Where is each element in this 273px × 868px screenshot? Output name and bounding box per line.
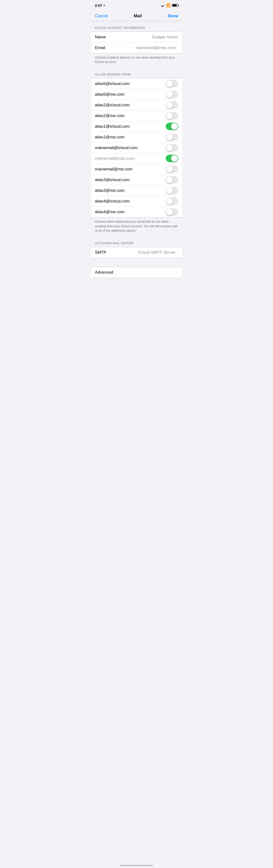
toggle-knob [166,145,173,151]
toggle-knob [166,134,173,140]
alias-row[interactable]: alias2@icloud.com [91,100,182,111]
alias-label: alias5@me.com [95,92,125,97]
alias-row[interactable]: alias5@me.com [91,89,182,100]
toggle-knob [166,113,173,119]
alias-row[interactable]: alias3@me.com [91,185,182,196]
alias-toggle[interactable] [166,165,178,173]
alias-label: alias1@icloud.com [95,124,130,129]
allow-sending-footer: Choose which addresses you would like to… [91,218,182,237]
alias-toggle[interactable] [166,101,178,109]
done-button[interactable]: Done [168,13,178,19]
alias-label: alias4@icloud.com [95,199,130,204]
alias-row[interactable]: mainemail@mac.com [91,153,182,164]
toggle-knob [166,177,173,183]
alias-label: alias2@icloud.com [95,103,130,107]
smtp-row[interactable]: SMTP iCloud SMTP Server › [91,247,182,258]
alias-toggle[interactable] [166,187,178,194]
outgoing-mail-list: SMTP iCloud SMTP Server › [91,247,182,258]
page-title: Mail [134,13,142,19]
toggle-knob [166,187,173,194]
toggle-knob [171,123,178,130]
name-row: Name Gadget Hacks [91,32,182,42]
alias-label: alias4@me.com [95,210,125,214]
advanced-list: Advanced › [91,267,182,278]
email-row[interactable]: Email mainemail@mac.com › [91,42,182,53]
section-gap [91,258,182,267]
signal-bars-icon [161,4,165,7]
battery-icon [172,4,178,7]
alias-label: alias2@me.com [95,114,125,118]
outgoing-mail-section-header: OUTGOING MAIL SERVER [91,237,182,247]
page-content: ICLOUD ACCOUNT INFORMATION Name Gadget H… [91,21,182,302]
status-icons: 📶 [161,3,178,7]
alias-row[interactable]: alias1@icloud.com [91,121,182,132]
advanced-chevron-icon: › [177,271,178,274]
alias-row[interactable]: alias5@icloud.com [91,79,182,89]
toggle-knob [166,81,173,87]
alias-label: alias1@me.com [95,135,125,140]
icloud-info-list: Name Gadget Hacks Email mainemail@mac.co… [91,32,182,54]
wifi-icon: 📶 [167,3,171,7]
alias-toggle[interactable] [166,91,178,98]
toggle-knob [166,102,173,108]
alias-row[interactable]: mainemail@me.com [91,164,182,175]
alias-row[interactable]: alias2@me.com [91,111,182,121]
aliases-list: alias5@icloud.comalias5@me.comalias2@icl… [91,78,182,218]
toggle-knob [166,198,173,205]
bottom-space [91,278,182,292]
smtp-chevron-icon: › [177,251,178,254]
alias-toggle[interactable] [166,80,178,87]
alias-row[interactable]: alias1@me.com [91,132,182,143]
status-time: 2:07 [95,3,102,7]
alias-toggle[interactable] [166,176,178,184]
smtp-value: iCloud SMTP Server › [138,250,178,255]
advanced-label: Advanced [95,270,113,275]
advanced-row[interactable]: Advanced › [91,267,182,278]
name-label: Name [95,35,106,39]
alias-row[interactable]: alias3@icloud.com [91,175,182,185]
nav-bar: Cancel Mail Done [91,11,182,21]
email-value: mainemail@mac.com › [136,45,178,50]
toggle-knob [171,155,178,162]
alias-toggle[interactable] [166,144,178,152]
toggle-knob [166,166,173,173]
cancel-button[interactable]: Cancel [95,13,108,19]
icloud-info-footer: Choose a default address to use when sen… [91,54,182,68]
smtp-label: SMTP [95,250,106,255]
alias-label: mainemail@icloud.com [95,146,138,150]
alias-label: alias5@icloud.com [95,81,130,86]
email-chevron-icon: › [177,46,178,50]
alias-label: mainemail@me.com [95,167,133,172]
name-value: Gadget Hacks [152,35,178,39]
alias-label: alias3@me.com [95,188,125,193]
alias-toggle[interactable] [166,155,178,162]
allow-sending-section-header: ALLOW SENDING FROM [91,68,182,78]
alias-row[interactable]: alias4@me.com [91,207,182,217]
alias-label: mainemail@mac.com [95,156,135,161]
alias-toggle[interactable] [166,112,178,120]
toggle-knob [166,209,173,215]
advanced-value: › [177,271,178,274]
alias-toggle[interactable] [166,208,178,216]
status-bar: 2:07 ✈ 📶 [91,0,182,11]
alias-label: alias3@icloud.com [95,178,130,182]
toggle-knob [166,91,173,98]
alias-toggle[interactable] [166,133,178,141]
location-icon: ✈ [103,4,105,7]
alias-row[interactable]: alias4@icloud.com [91,196,182,207]
email-label: Email [95,45,105,50]
icloud-info-section-header: ICLOUD ACCOUNT INFORMATION [91,21,182,32]
alias-row[interactable]: mainemail@icloud.com [91,143,182,153]
alias-toggle[interactable] [166,123,178,130]
alias-toggle[interactable] [166,197,178,205]
